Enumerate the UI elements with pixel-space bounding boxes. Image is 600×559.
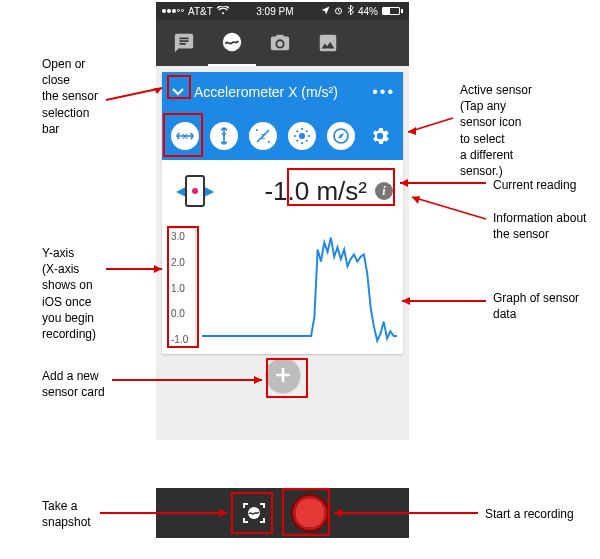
annotation-graph: Graph of sensor data <box>493 290 579 322</box>
svg-line-15 <box>412 197 486 219</box>
svg-marker-20 <box>402 297 410 305</box>
annotation-open-close: Open or close the sensor selection bar <box>42 56 98 137</box>
svg-marker-26 <box>334 509 342 517</box>
annotation-info: Information about the sensor <box>493 210 586 242</box>
svg-marker-16 <box>412 196 420 204</box>
svg-marker-10 <box>154 88 162 94</box>
annotation-current-reading: Current reading <box>493 177 576 193</box>
annotation-active-sensor: Active sensor (Tap any sensor icon to se… <box>460 82 532 179</box>
annotation-snapshot: Take a snapshot <box>42 498 91 530</box>
svg-marker-22 <box>254 376 262 384</box>
svg-marker-24 <box>219 509 227 517</box>
annotation-yaxis: Y-axis (X-axis shows on iOS once you beg… <box>42 245 96 342</box>
annotation-record: Start a recording <box>485 506 574 522</box>
svg-marker-18 <box>154 265 162 273</box>
svg-marker-14 <box>400 179 408 187</box>
svg-line-9 <box>106 88 162 100</box>
annotation-add-card: Add a new sensor card <box>42 368 105 400</box>
